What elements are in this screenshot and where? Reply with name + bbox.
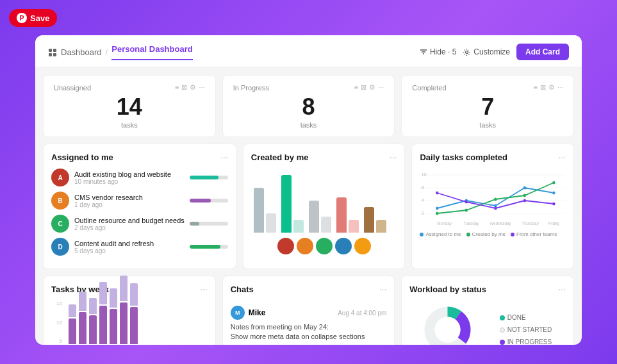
task-name-4: Content audit and refresh bbox=[74, 240, 185, 247]
svg-point-31 bbox=[436, 192, 439, 195]
legend-other: From other teams bbox=[516, 231, 557, 237]
chats-menu[interactable]: ··· bbox=[379, 284, 387, 294]
created-menu[interactable]: ··· bbox=[390, 152, 397, 162]
bottom-row: Tasks by week ··· 15105 bbox=[43, 276, 574, 345]
stat-label-inprogress: In Progress bbox=[233, 84, 269, 92]
hide-label: Hide · 5 bbox=[430, 47, 456, 56]
breadcrumb: Dashboard / Personal Dashboard bbox=[48, 44, 193, 67]
task-item-4: D Content audit and refresh 5 days ago bbox=[51, 238, 228, 256]
daily-menu[interactable]: ··· bbox=[558, 152, 566, 162]
svg-point-33 bbox=[494, 207, 497, 210]
not-started-label: NOT STARTED bbox=[507, 326, 552, 333]
task-item-3: C Outline resource and budget needs 2 da… bbox=[51, 215, 228, 233]
svg-text:4: 4 bbox=[422, 197, 425, 203]
daily-title: Daily tasks completed bbox=[420, 153, 507, 162]
svg-rect-3 bbox=[53, 53, 56, 56]
task-bar-4 bbox=[190, 245, 228, 249]
task-info-1: Audit existing blog and website 10 minut… bbox=[74, 170, 185, 185]
breadcrumb-parent[interactable]: Dashboard bbox=[61, 47, 102, 57]
svg-point-35 bbox=[553, 203, 556, 206]
task-name-2: CMS vendor research bbox=[74, 194, 185, 201]
legend-assigned: Assigned to me bbox=[425, 231, 461, 237]
chart-legend: Assigned to me Created by me From other … bbox=[420, 231, 566, 237]
chat-time: Aug 4 at 4:00 pm bbox=[338, 310, 386, 317]
task-avatar-4: D bbox=[51, 238, 69, 256]
task-avatar-2: B bbox=[51, 192, 69, 210]
svg-text:Wednesday: Wednesday bbox=[490, 221, 512, 226]
workload-menu[interactable]: ··· bbox=[558, 284, 566, 294]
stat-card-unassigned: Unassigned ≡ ⊠ ⚙ ··· 14 tasks bbox=[43, 75, 216, 137]
svg-point-7 bbox=[466, 51, 468, 53]
stat-sub-unassigned: tasks bbox=[54, 121, 205, 129]
svg-point-21 bbox=[436, 207, 439, 210]
top-bar: Dashboard / Personal Dashboard Hide · 5 … bbox=[35, 35, 582, 67]
stat-number-unassigned: 14 bbox=[54, 95, 205, 119]
task-avatar-3: C bbox=[51, 215, 69, 233]
line-chart-svg: 10 8 4 2 Monday Tuesday Wednesday Thursd… bbox=[420, 169, 566, 226]
customize-button[interactable]: Customize bbox=[463, 47, 510, 56]
svg-point-34 bbox=[523, 199, 527, 203]
svg-text:8: 8 bbox=[422, 185, 424, 190]
task-time-4: 5 days ago bbox=[74, 247, 185, 254]
task-time-3: 2 days ago bbox=[74, 224, 185, 231]
task-info-4: Content audit and refresh 5 days ago bbox=[74, 240, 185, 254]
task-info-2: CMS vendor research 1 day ago bbox=[74, 194, 185, 208]
task-bar-1 bbox=[190, 176, 228, 179]
svg-rect-0 bbox=[49, 49, 52, 52]
main-container: Dashboard / Personal Dashboard Hide · 5 … bbox=[35, 35, 582, 345]
stat-icons-2: ≡ ⊠ ⚙ ··· bbox=[354, 83, 384, 92]
customize-label: Customize bbox=[473, 47, 510, 56]
stat-icons-3: ≡ ⊠ ⚙ ··· bbox=[533, 83, 563, 92]
main-row: Assigned to me ··· A Audit existing blog… bbox=[43, 144, 574, 269]
top-actions: Hide · 5 Customize Add Card bbox=[420, 44, 569, 67]
created-bar-chart bbox=[251, 169, 397, 233]
task-time-1: 10 minutes ago bbox=[74, 178, 185, 185]
svg-text:2: 2 bbox=[422, 210, 424, 216]
svg-text:Monday: Monday bbox=[438, 221, 452, 226]
task-avatar-1: A bbox=[51, 169, 69, 186]
task-info-3: Outline resource and budget needs 2 days… bbox=[74, 217, 185, 231]
widget-header-chats: Chats ··· bbox=[231, 284, 387, 294]
task-bar-3 bbox=[190, 222, 228, 226]
created-avatars bbox=[251, 238, 397, 254]
widget-header-workload: Workload by status ··· bbox=[409, 284, 566, 294]
stat-sub-inprogress: tasks bbox=[233, 121, 384, 129]
dashboard-icon bbox=[48, 48, 57, 57]
chat-avatar: M bbox=[231, 306, 245, 320]
chat-message: Notes from meeting on May 24:Show more m… bbox=[231, 322, 387, 342]
save-button[interactable]: P Save bbox=[9, 9, 57, 27]
donut-chart-svg bbox=[424, 306, 472, 345]
gear-icon bbox=[463, 48, 471, 56]
save-label: Save bbox=[30, 13, 49, 23]
task-time-2: 1 day ago bbox=[74, 201, 185, 208]
stat-card-inprogress: In Progress ≡ ⊠ ⚙ ··· 8 tasks bbox=[222, 75, 395, 137]
chat-username: Mike bbox=[249, 308, 266, 317]
donut-labels: DONE NOT STARTED IN PROGRESS bbox=[500, 314, 552, 345]
assigned-title: Assigned to me bbox=[51, 153, 113, 162]
stat-row: Unassigned ≡ ⊠ ⚙ ··· 14 tasks In Progres… bbox=[43, 75, 574, 137]
hide-button[interactable]: Hide · 5 bbox=[420, 47, 456, 56]
widget-header-assigned: Assigned to me ··· bbox=[51, 152, 228, 162]
chat-item: M Mike Aug 4 at 4:00 pm Notes from meeti… bbox=[231, 301, 387, 345]
stat-card-completed: Completed ≡ ⊠ ⚙ ··· 7 tasks bbox=[401, 75, 574, 137]
content-area: Unassigned ≡ ⊠ ⚙ ··· 14 tasks In Progres… bbox=[35, 67, 582, 345]
task-name-3: Outline resource and budget needs bbox=[74, 217, 185, 224]
task-item: A Audit existing blog and website 10 min… bbox=[51, 169, 228, 186]
add-card-button[interactable]: Add Card bbox=[516, 44, 569, 60]
breadcrumb-current: Personal Dashboard bbox=[111, 44, 192, 60]
stat-sub-completed: tasks bbox=[412, 121, 563, 129]
stat-number-completed: 7 bbox=[412, 95, 563, 119]
assigned-menu[interactable]: ··· bbox=[220, 152, 228, 162]
stat-number-inprogress: 8 bbox=[233, 95, 384, 119]
created-by-me-widget: Created by me ··· bbox=[243, 144, 406, 269]
svg-point-30 bbox=[553, 181, 556, 185]
add-card-label: Add Card bbox=[525, 47, 560, 56]
svg-point-25 bbox=[553, 192, 556, 195]
chat-user: M Mike bbox=[231, 306, 266, 320]
svg-rect-2 bbox=[49, 53, 52, 56]
legend-created: Created by me bbox=[472, 231, 506, 237]
svg-point-29 bbox=[523, 194, 527, 197]
widget-header-created: Created by me ··· bbox=[251, 152, 397, 162]
stat-label-completed: Completed bbox=[412, 84, 446, 92]
svg-point-28 bbox=[494, 198, 497, 201]
